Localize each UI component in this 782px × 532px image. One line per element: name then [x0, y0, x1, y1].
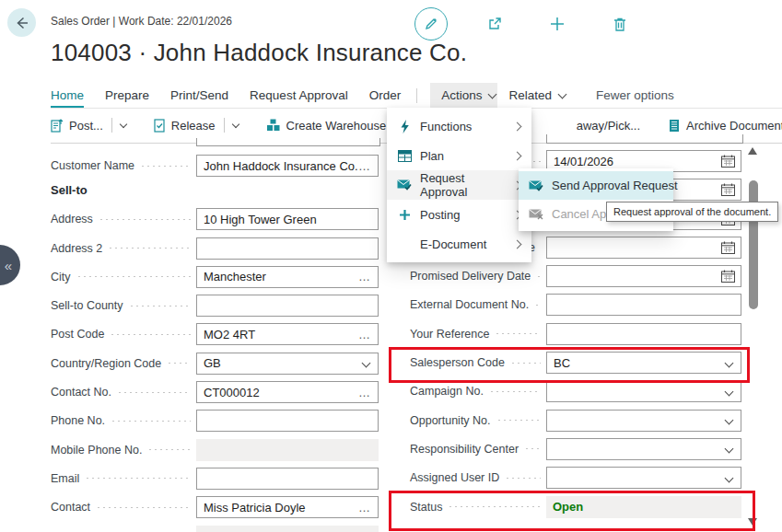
contact-field[interactable]: Miss Patricia Doyle … — [196, 496, 379, 518]
lookup-ellipsis-icon[interactable]: … — [358, 328, 371, 341]
lookup-ellipsis-icon[interactable]: … — [358, 159, 371, 173]
promised-delivery-date-field[interactable] — [546, 265, 741, 287]
clipped-field — [196, 138, 380, 146]
calendar-icon[interactable] — [721, 270, 735, 283]
menu-item-e-document[interactable]: E-Document — [387, 229, 531, 259]
tab-actions[interactable]: Actions — [430, 83, 497, 108]
address2-field[interactable] — [196, 237, 379, 260]
dotted-leader — [140, 165, 191, 168]
tab-fewer-options[interactable]: Fewer options — [596, 83, 674, 108]
email-field[interactable] — [196, 468, 379, 490]
scrollbar-thumb[interactable] — [749, 180, 758, 309]
post-document-icon — [51, 119, 64, 133]
city-row: City Manchester … — [51, 266, 379, 288]
country-region-select[interactable]: GB — [196, 353, 379, 375]
chevron-down-icon — [488, 89, 497, 98]
lookup-ellipsis-icon[interactable]: … — [358, 386, 371, 399]
sell-to-county-field[interactable] — [196, 295, 379, 317]
contact-no-row: Contact No. CT000012 … — [51, 381, 379, 403]
date-field[interactable] — [546, 237, 741, 259]
chevron-down-icon[interactable] — [725, 387, 734, 396]
chevron-down-icon[interactable] — [231, 121, 239, 128]
dotted-leader — [96, 506, 191, 509]
menu-item-send-approval-request[interactable]: Send Approval Request — [519, 171, 673, 200]
new-icon[interactable] — [542, 8, 573, 40]
city-field[interactable]: Manchester … — [196, 266, 379, 288]
external-document-no-field[interactable] — [546, 294, 741, 316]
post-code-field[interactable]: MO2 4RT … — [196, 323, 379, 345]
dotted-leader — [110, 333, 191, 336]
menu-item-functions[interactable]: Functions — [387, 111, 531, 141]
opportunity-no-row: Opportunity No. — [410, 410, 741, 432]
field-label: Responsibility Center — [410, 443, 519, 456]
field-label: Contact — [51, 501, 90, 514]
archive-document-button[interactable]: Archive Document — [668, 119, 782, 133]
calendar-icon[interactable] — [721, 155, 735, 168]
chevron-down-icon[interactable] — [362, 359, 371, 368]
lookup-ellipsis-icon[interactable]: … — [358, 501, 371, 515]
opportunity-no-select[interactable] — [546, 410, 741, 432]
actions-menu: Functions Plan Request Approval Posting … — [387, 108, 531, 262]
your-reference-row: Your Reference — [410, 323, 741, 345]
split-divider — [224, 118, 225, 133]
edit-icon[interactable] — [414, 7, 448, 40]
side-panel-toggle[interactable]: « — [0, 245, 20, 285]
ribbon-tabs: Home Prepare Print/Send Request Approval… — [51, 83, 782, 109]
your-reference-field[interactable] — [546, 323, 741, 345]
customer-name-row: Customer Name John Haddock Insurance Co.… — [51, 155, 379, 177]
salesperson-code-select[interactable]: BC — [546, 352, 741, 374]
delete-icon[interactable] — [604, 8, 636, 40]
dotted-leader — [524, 447, 541, 450]
status-badge: Open — [546, 500, 741, 514]
release-document-icon — [154, 119, 166, 133]
lookup-ellipsis-icon[interactable]: … — [358, 270, 371, 283]
assigned-user-id-select[interactable] — [546, 467, 741, 489]
tab-request-approval[interactable]: Request Approval — [250, 83, 348, 108]
salesperson-code-row: Salesperson Code BC — [410, 352, 741, 374]
menu-item-request-approval[interactable]: Request Approval — [387, 170, 531, 200]
back-arrow-icon — [13, 14, 31, 32]
back-button[interactable] — [7, 8, 36, 37]
tab-order[interactable]: Order — [369, 83, 402, 108]
scroll-up-arrow[interactable] — [748, 147, 757, 155]
tab-related[interactable]: Related — [508, 83, 567, 108]
menu-item-plan[interactable]: Plan — [387, 141, 531, 170]
dotted-leader — [534, 304, 541, 306]
create-inventory-putaway-pick-button[interactable]: away/Pick... — [577, 119, 640, 133]
customer-name-field[interactable]: John Haddock Insurance Co. … — [196, 155, 379, 177]
sell-to-county-row: Sell-to County — [51, 295, 379, 317]
dotted-leader — [117, 391, 191, 394]
menu-item-posting[interactable]: Posting — [387, 200, 531, 229]
chevron-down-icon[interactable] — [120, 121, 127, 128]
field-label: Country/Region Code — [51, 357, 161, 370]
dotted-leader — [147, 448, 191, 451]
phone-no-field[interactable] — [196, 410, 379, 432]
country-region-row: Country/Region Code GB — [51, 353, 379, 375]
scroll-down-arrow[interactable] — [748, 518, 757, 526]
general-fields-left: Customer Name John Haddock Insurance Co.… — [51, 155, 379, 532]
post-button[interactable]: Post... — [51, 118, 126, 133]
chevron-down-icon[interactable] — [725, 445, 734, 454]
field-label: External Document No. — [410, 298, 529, 311]
responsibility-center-select[interactable] — [546, 438, 741, 460]
calendar-icon[interactable] — [721, 183, 735, 196]
chevron-down-icon[interactable] — [725, 358, 734, 367]
sales-order-page: Sales Order | Work Date: 22/01/2026 1040… — [0, 0, 782, 532]
chevron-down-icon[interactable] — [725, 473, 734, 482]
page-actions — [414, 7, 636, 40]
functions-icon — [397, 120, 412, 133]
release-button[interactable]: Release — [154, 118, 239, 133]
chevron-down-icon[interactable] — [725, 416, 734, 425]
calendar-icon[interactable] — [721, 241, 735, 254]
dotted-leader — [505, 477, 541, 480]
tab-prepare[interactable]: Prepare — [105, 83, 149, 108]
field-label: Salesperson Code — [410, 356, 505, 369]
share-icon[interactable] — [479, 8, 510, 40]
contact-no-field[interactable]: CT000012 … — [196, 381, 379, 403]
campaign-no-select[interactable] — [546, 380, 741, 402]
tab-print-send[interactable]: Print/Send — [170, 83, 228, 108]
plan-icon — [397, 150, 412, 162]
address-field[interactable]: 10 High Tower Green — [196, 208, 379, 230]
field-label: Mobile Phone No. — [51, 444, 142, 457]
tab-home[interactable]: Home — [51, 83, 84, 108]
